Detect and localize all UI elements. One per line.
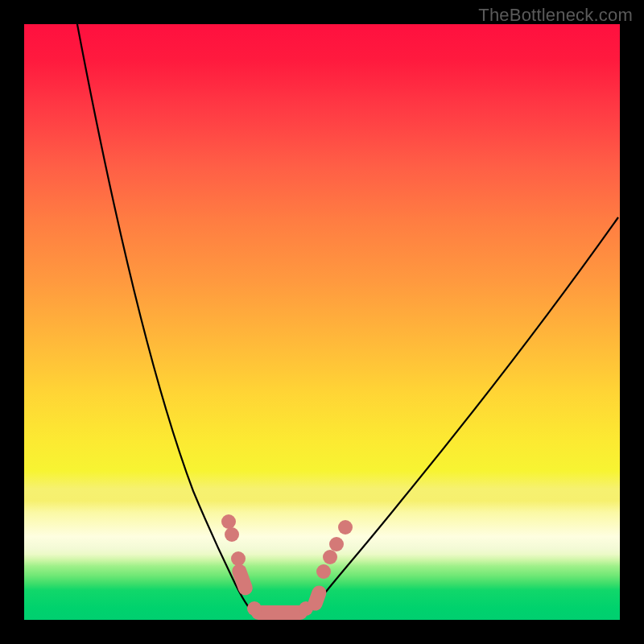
plot-area (24, 24, 620, 620)
chart-container: TheBottleneck.com (0, 0, 644, 644)
svg-point-11 (338, 520, 353, 535)
svg-point-9 (323, 550, 337, 564)
chart-svg (24, 24, 620, 620)
data-markers (221, 514, 353, 620)
svg-point-5 (247, 601, 262, 616)
svg-point-10 (329, 537, 344, 551)
svg-point-1 (225, 527, 239, 542)
right-curve (290, 217, 618, 616)
svg-point-8 (316, 564, 331, 579)
left-curve (76, 20, 270, 616)
svg-point-0 (221, 514, 236, 529)
watermark-text: TheBottleneck.com (478, 5, 633, 26)
svg-point-2 (231, 551, 246, 566)
